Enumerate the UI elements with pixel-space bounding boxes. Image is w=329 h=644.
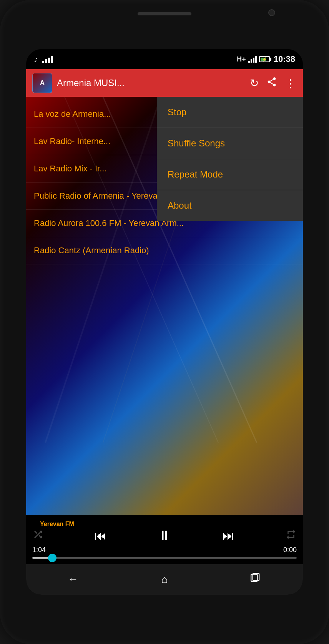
progress-thumb[interactable] [48, 554, 56, 562]
network-type: H+ [237, 55, 246, 63]
battery-body: ⚡ [259, 56, 270, 62]
previous-button[interactable]: ⏮ [95, 529, 107, 543]
toolbar-actions: ↻ ⋮ [250, 76, 297, 90]
sig4 [255, 56, 257, 63]
bar2 [45, 59, 47, 63]
refresh-icon[interactable]: ↻ [250, 77, 259, 90]
battery-icon: ⚡ [259, 56, 271, 62]
shuffle-button[interactable] [32, 529, 44, 543]
front-camera [268, 9, 275, 16]
progress-bar[interactable] [32, 557, 297, 559]
cellular-icon [248, 56, 257, 63]
menu-item-about[interactable]: About [157, 190, 303, 221]
next-button[interactable]: ⏭ [222, 529, 234, 543]
status-right: H+ ⚡ 10:38 [237, 54, 295, 64]
speaker-grille [138, 12, 191, 15]
phone-screen: ♪ H+ ⚡ [26, 49, 303, 595]
back-button[interactable]: ← [56, 569, 90, 590]
time-total: 0:00 [283, 546, 297, 554]
app-icon-letter: A [40, 79, 45, 87]
nav-bar: ← ⌂ [26, 564, 303, 595]
menu-item-shuffle[interactable]: Shuffle Songs [157, 128, 303, 159]
time-row: 1:04 0:00 [32, 546, 297, 554]
music-note-icon: ♪ [34, 54, 38, 64]
pause-button[interactable]: ⏸ [158, 528, 171, 544]
app-toolbar: A Armenia MUSI... ↻ ⋮ [26, 69, 303, 97]
sig3 [253, 58, 254, 63]
dropdown-menu: Stop Shuffle Songs Repeat Mode About [157, 97, 303, 221]
sig2 [251, 59, 252, 63]
battery-tip [270, 58, 271, 61]
player-controls: ⏮ ⏸ ⏭ [32, 528, 297, 544]
status-left: ♪ [34, 54, 53, 64]
now-playing-label: Yerevan FM [32, 519, 297, 528]
bar4 [51, 56, 53, 63]
time-display: 10:38 [274, 54, 295, 64]
menu-item-stop[interactable]: Stop [157, 97, 303, 128]
menu-item-repeat[interactable]: Repeat Mode [157, 159, 303, 190]
sig1 [248, 61, 250, 63]
phone-device: ♪ H+ ⚡ [0, 0, 329, 644]
main-content: La voz de Armenia... Lav Radio- Interne.… [26, 97, 303, 515]
more-options-icon[interactable]: ⋮ [285, 76, 297, 90]
share-icon[interactable] [266, 76, 277, 90]
player-bar: Yerevan FM ⏮ ⏸ ⏭ 1:04 [26, 515, 303, 564]
status-bar: ♪ H+ ⚡ [26, 49, 303, 69]
time-elapsed: 1:04 [32, 546, 46, 554]
home-button[interactable]: ⌂ [150, 569, 179, 590]
lightning-icon: ⚡ [262, 57, 267, 61]
bar1 [42, 61, 44, 63]
recents-button[interactable] [239, 568, 273, 591]
app-title: Armenia MUSI... [57, 78, 245, 88]
dropdown-overlay[interactable]: Stop Shuffle Songs Repeat Mode About [26, 97, 303, 515]
signal-bars-icon [42, 55, 53, 63]
repeat-button[interactable] [285, 529, 297, 543]
bar3 [48, 58, 50, 63]
app-icon: A [32, 73, 52, 93]
